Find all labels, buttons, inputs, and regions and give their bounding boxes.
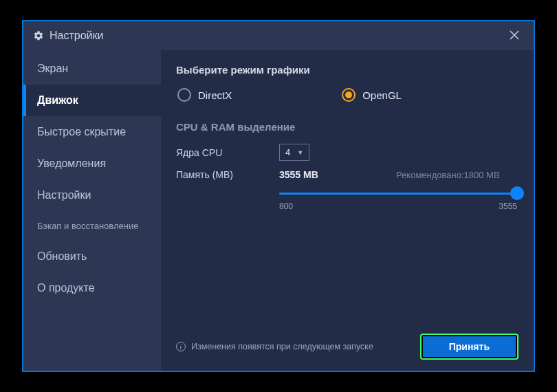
cpu-cores-label: Ядра CPU bbox=[176, 147, 279, 158]
titlebar: Настройки bbox=[23, 21, 534, 50]
sidebar-item-screen[interactable]: Экран bbox=[23, 53, 161, 85]
memory-value: 3555 MB bbox=[279, 169, 396, 180]
radio-circle-icon bbox=[177, 88, 191, 102]
sidebar-item-backup[interactable]: Бэкап и восстановление bbox=[23, 211, 161, 241]
sidebar-item-settings[interactable]: Настройки bbox=[23, 179, 161, 211]
memory-slider[interactable]: 800 3555 bbox=[279, 193, 517, 211]
window-title: Настройки bbox=[50, 30, 103, 42]
settings-window: Настройки Экран Движок Быстрое скрытие У… bbox=[22, 20, 535, 372]
info-message: i Изменения появятся при следующем запус… bbox=[176, 342, 373, 351]
close-button[interactable] bbox=[505, 25, 524, 47]
radio-circle-icon bbox=[342, 88, 356, 102]
slider-track bbox=[279, 193, 517, 195]
content-area: Выберите режим графики DirectX OpenGL CP… bbox=[161, 50, 534, 371]
accept-button[interactable]: Принять bbox=[420, 334, 518, 360]
slider-min-label: 800 bbox=[279, 202, 293, 211]
graphics-mode-heading: Выберите режим графики bbox=[176, 64, 518, 76]
sidebar-item-engine[interactable]: Движок bbox=[23, 85, 161, 116]
sidebar-item-quickhide[interactable]: Быстрое скрытие bbox=[23, 116, 161, 148]
chevron-down-icon: ▼ bbox=[297, 149, 303, 156]
radio-opengl-label: OpenGL bbox=[362, 89, 402, 101]
slider-thumb[interactable] bbox=[510, 186, 524, 200]
sidebar-item-about[interactable]: О продукте bbox=[23, 272, 161, 304]
radio-directx[interactable]: DirectX bbox=[177, 88, 232, 102]
radio-directx-label: DirectX bbox=[198, 89, 232, 101]
memory-recommended: Рекомендовано:1800 MB bbox=[396, 170, 500, 180]
slider-max-label: 3555 bbox=[499, 202, 517, 211]
sidebar: Экран Движок Быстрое скрытие Уведомления… bbox=[23, 50, 161, 371]
memory-label: Память (MB) bbox=[176, 169, 279, 180]
cpu-cores-value: 4 bbox=[285, 147, 290, 157]
info-text: Изменения появятся при следующем запуске bbox=[191, 342, 373, 351]
sidebar-item-notifications[interactable]: Уведомления bbox=[23, 148, 161, 179]
sidebar-item-update[interactable]: Обновить bbox=[23, 241, 161, 272]
graphics-radio-group: DirectX OpenGL bbox=[176, 88, 518, 102]
info-icon: i bbox=[176, 342, 186, 351]
footer: i Изменения появятся при следующем запус… bbox=[176, 334, 518, 360]
alloc-heading: CPU & RAM выделение bbox=[176, 121, 518, 133]
gear-icon bbox=[33, 30, 44, 41]
cpu-cores-dropdown[interactable]: 4 ▼ bbox=[279, 144, 309, 161]
radio-opengl[interactable]: OpenGL bbox=[342, 88, 402, 102]
